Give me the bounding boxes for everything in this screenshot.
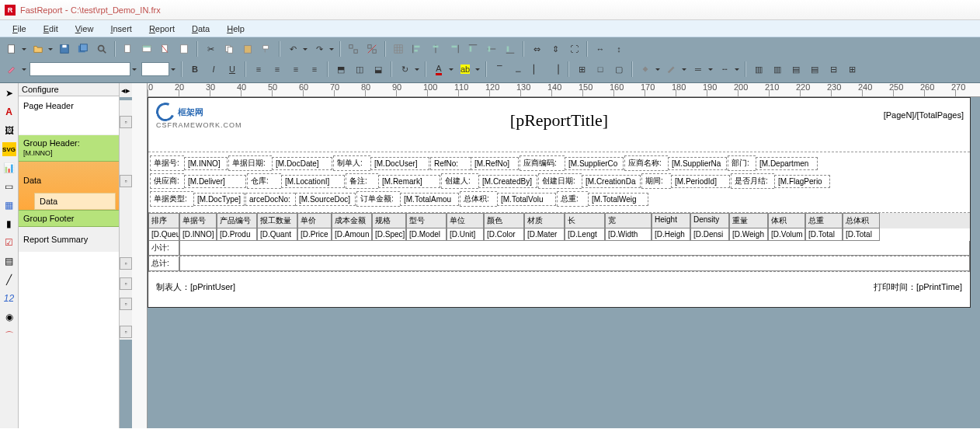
table-data-cell[interactable]: [D.INNO] — [179, 228, 217, 241]
band-data-inner[interactable]: Data — [34, 193, 116, 210]
table-header-cell[interactable]: 长 — [565, 213, 605, 228]
form-field[interactable]: RefNo:[M.RefNo] — [430, 155, 519, 171]
checkbox-tool[interactable]: ☑ — [2, 235, 16, 249]
table-header-cell[interactable]: Height — [652, 213, 690, 228]
align-left-button[interactable] — [408, 40, 426, 58]
svg-tool[interactable]: SVG — [2, 142, 16, 156]
group-button[interactable] — [345, 40, 362, 58]
chart-tool[interactable]: 📊 — [2, 161, 16, 175]
collapse-btn[interactable]: ▫ — [120, 175, 132, 187]
band-page-header[interactable]: Page Header — [19, 96, 119, 135]
font-name-combo[interactable] — [30, 62, 130, 76]
fill-color-button[interactable] — [637, 61, 654, 78]
redo-dropdown[interactable] — [328, 40, 335, 58]
form-field[interactable]: 供应商:[M.Deliver] — [150, 173, 246, 189]
configure-header[interactable]: Configure — [19, 83, 119, 96]
split-button[interactable]: ⊞ — [843, 61, 860, 78]
form-field[interactable]: 制单人:[M.DocUser] — [333, 155, 429, 171]
border-none-button[interactable]: □ — [592, 61, 609, 78]
border-left-button[interactable]: ▏ — [528, 61, 545, 78]
collapse-btn[interactable]: ▫ — [120, 257, 132, 270]
table-header-cell[interactable]: 单位 — [447, 213, 484, 228]
line-style-button[interactable]: ╌ — [716, 61, 733, 78]
table-data-cell[interactable]: [D.Heigh — [652, 228, 690, 241]
table-data-cell[interactable]: [D.Total — [805, 228, 843, 241]
table-header-cell[interactable]: 体积 — [768, 213, 805, 228]
space-v-button[interactable]: ↕ — [610, 40, 627, 58]
border-outer-button[interactable]: ▢ — [610, 61, 627, 78]
form-field[interactable]: 单据类型:[M.DocType] — [150, 191, 245, 207]
collapse-btn[interactable]: ▫ — [120, 298, 132, 310]
text-align-justify-button[interactable]: ≡ — [306, 61, 323, 78]
table-header-cell[interactable]: 单据号 — [179, 213, 217, 228]
undo-button[interactable]: ↶ — [284, 40, 301, 58]
format-paint-button[interactable] — [258, 40, 275, 58]
text-rotate-button[interactable]: ↻ — [396, 61, 413, 78]
form-field[interactable]: 部门:[M.Departmen — [728, 155, 818, 171]
collapse-btn[interactable]: ▫ — [120, 277, 132, 290]
add-page-button[interactable] — [120, 40, 137, 58]
form-field[interactable]: 单据日期:[M.DocDate] — [228, 155, 332, 171]
paste-button[interactable] — [239, 40, 256, 58]
line-width-button[interactable]: ═ — [690, 61, 707, 78]
table-data-cell[interactable]: [D.Width — [605, 228, 652, 241]
menu-report[interactable]: Report — [141, 23, 182, 35]
table-data-cell[interactable]: [D.Spec] — [372, 228, 406, 241]
bold-button[interactable]: B — [186, 61, 203, 78]
grid-button[interactable] — [390, 40, 407, 58]
text-align-left-button[interactable]: ≡ — [250, 61, 267, 78]
form-field[interactable]: 总体积:[M.TotalVolu — [460, 191, 556, 207]
page-setup-button[interactable] — [175, 40, 193, 58]
report-title-field[interactable]: [pReportTitle] — [510, 110, 608, 131]
new-button[interactable] — [3, 40, 20, 58]
table-data-cell[interactable]: [D.Queue — [148, 228, 179, 241]
table-data-cell[interactable]: [D.Model — [406, 228, 447, 241]
form-field[interactable]: 应商名称:[M.SupplierNa — [624, 155, 727, 171]
band-report-summary[interactable]: Report Summary — [19, 227, 119, 252]
table-header-cell[interactable]: 排序 — [148, 213, 179, 228]
align-middle-button[interactable] — [483, 40, 500, 58]
ruler-corner[interactable]: ◂▸ — [120, 83, 132, 97]
add-dialog-button[interactable] — [138, 40, 155, 58]
table-header-cell[interactable]: 成本金额 — [332, 213, 372, 228]
design-canvas[interactable]: ◂▸ 1020304050607080901001101201301401501… — [120, 83, 980, 428]
menu-insert[interactable]: Insert — [103, 23, 140, 35]
table-header-cell[interactable]: 规格 — [372, 213, 406, 228]
open-dropdown[interactable] — [47, 40, 54, 58]
table-header-cell[interactable]: Density — [690, 213, 729, 228]
text-align-right-button[interactable]: ≡ — [287, 61, 304, 78]
collapse-btn[interactable]: ▫ — [120, 116, 132, 128]
form-field[interactable]: 单据号:[M.INNO] — [150, 155, 228, 171]
row-delete-button[interactable]: ▤ — [806, 61, 823, 78]
more-tool[interactable]: ⌒ — [2, 329, 16, 343]
new-dropdown[interactable] — [20, 40, 28, 58]
form-field[interactable]: 创建日期:[M.CreationDa — [538, 173, 641, 189]
form-field[interactable]: 订单金额:[M.TotalAmou — [356, 191, 459, 207]
barcode-tool[interactable]: ▮ — [2, 217, 16, 231]
table-header-cell[interactable]: 总重 — [805, 213, 843, 228]
same-width-button[interactable]: ⇔ — [528, 40, 545, 58]
table-data-cell[interactable]: [D.Unit] — [447, 228, 484, 241]
table-header-cell[interactable]: 宽 — [605, 213, 652, 228]
border-top-button[interactable]: ⎺ — [491, 61, 508, 78]
valign-bottom-button[interactable]: ⬓ — [370, 61, 387, 78]
table-header-cell[interactable]: 材质 — [524, 213, 565, 228]
form-field[interactable]: 创建人:[M.CreatedBy] — [441, 173, 537, 189]
table-header-cell[interactable]: 型号 — [406, 213, 447, 228]
total-row[interactable]: 总计: — [148, 256, 970, 271]
align-center-h-button[interactable] — [427, 40, 444, 58]
shape-tool[interactable]: ▭ — [2, 180, 16, 194]
table-data-cell[interactable]: [D.Mater — [524, 228, 565, 241]
font-size-combo[interactable] — [141, 62, 169, 76]
style-dropdown[interactable] — [20, 61, 28, 78]
table-header-cell[interactable]: 报工数量 — [257, 213, 297, 228]
table-data-cell[interactable]: [D.Amoun — [332, 228, 372, 241]
table-data-cell[interactable]: [D.Weigh — [729, 228, 768, 241]
table-header-cell[interactable]: 产品编号 — [217, 213, 257, 228]
table-tool[interactable]: ▦ — [2, 198, 16, 212]
save-all-button[interactable] — [75, 40, 92, 58]
report-summary-band-area[interactable]: 制表人：[pPrintUser] 打印时间：[pPrintTime] — [148, 271, 970, 307]
table-header-cell[interactable]: 重量 — [729, 213, 768, 228]
align-top-button[interactable] — [464, 40, 481, 58]
cut-button[interactable]: ✂ — [202, 40, 219, 58]
